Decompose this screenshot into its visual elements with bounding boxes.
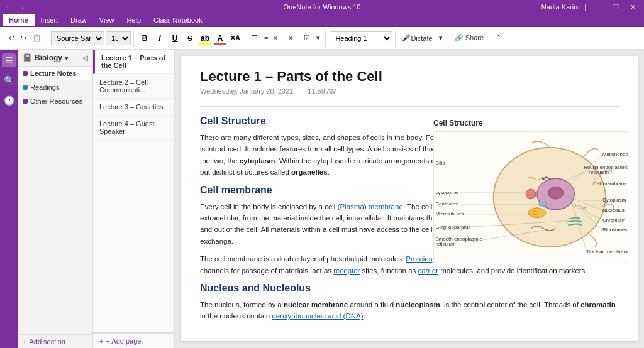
- title-bar-right: Nadia Karim | — ❐ ✕: [541, 3, 639, 11]
- tab-insert[interactable]: Insert: [35, 14, 65, 26]
- undo-btn[interactable]: ↩: [6, 33, 17, 43]
- svg-point-4: [526, 189, 536, 199]
- page-item-0[interactable]: Lecture 1 – Parts of the Cell: [93, 50, 174, 74]
- svg-text:Nucleolus: Nucleolus: [602, 207, 625, 213]
- notebook-header[interactable]: 📓 Biology ▾ ◁: [18, 50, 92, 67]
- svg-text:Lysosome: Lysosome: [435, 190, 458, 195]
- font-family-select[interactable]: Source Sans P: [51, 31, 104, 45]
- user-name: Nadia Karim: [541, 3, 580, 11]
- page-meta: Wednesday, January 20, 2021 11:59 AM: [200, 87, 619, 95]
- underline-btn[interactable]: U: [168, 31, 182, 45]
- title-bar-nav: ← →: [5, 3, 25, 12]
- tab-help[interactable]: Help: [120, 14, 147, 26]
- app-title: OneNote for Windows 10: [284, 3, 361, 11]
- side-icon-notebook[interactable]: ☰: [2, 53, 16, 67]
- redo-btn[interactable]: ↪: [18, 33, 29, 43]
- section-dot-other: [23, 99, 28, 104]
- tab-home[interactable]: Home: [3, 14, 35, 26]
- svg-text:Mitochondrion: Mitochondrion: [602, 151, 628, 157]
- side-icons: ☰ 🔍 🕐: [0, 50, 18, 348]
- italic-btn[interactable]: I: [153, 31, 167, 45]
- font-size-select[interactable]: 13.5: [106, 31, 131, 45]
- ribbon-toolbar: ↩ ↪ 📋 Source Sans P 13.5 B I U S ab A ✕A…: [0, 27, 644, 50]
- link-membrane[interactable]: membrane: [369, 203, 403, 210]
- svg-text:Microtubules: Microtubules: [435, 211, 464, 217]
- heading-nucleus: Nucleus and Nucleolus: [200, 283, 619, 294]
- page-item-1[interactable]: Lecture 2 – Cell Communicati...: [93, 74, 174, 99]
- svg-text:Golgi apparatus: Golgi apparatus: [435, 224, 470, 230]
- ribbon: Home Insert Draw View Help Class Noteboo…: [0, 14, 644, 27]
- tab-classnotebook[interactable]: Class Notebook: [147, 14, 209, 26]
- clip-btn[interactable]: 📋: [30, 33, 44, 43]
- pages-panel: Lecture 1 – Parts of the Cell Lecture 2 …: [93, 50, 175, 348]
- page-label-0: Lecture 1 – Parts of the Cell: [101, 54, 165, 69]
- page-title[interactable]: Lecture 1 – Parts of the Cell: [200, 68, 619, 85]
- body-nucleus[interactable]: The nucleus, formed by a nuclear membran…: [200, 299, 619, 322]
- fontcolor-btn[interactable]: A: [213, 31, 227, 45]
- page-label-3: Lecture 4 – Guest Speaker: [99, 120, 154, 135]
- title-bar: ← → OneNote for Windows 10 Nadia Karim |…: [0, 0, 644, 14]
- notebook-chevron: ▾: [65, 55, 68, 62]
- page-time: 11:59 AM: [308, 87, 336, 95]
- minimize-btn[interactable]: —: [591, 3, 604, 11]
- page-item-3[interactable]: Lecture 4 – Guest Speaker: [93, 116, 174, 140]
- indent-btn[interactable]: ⇥: [284, 33, 294, 43]
- link-proteins[interactable]: Proteins: [406, 255, 432, 263]
- link-plasma[interactable]: Plasma: [340, 203, 364, 210]
- checklist-btn[interactable]: ☑: [301, 33, 313, 43]
- list-group: ☰ ≡ ⇤ ⇥: [247, 30, 297, 47]
- page-canvas: Lecture 1 – Parts of the Cell Wednesday,…: [181, 56, 638, 341]
- svg-text:Chromatin: Chromatin: [602, 217, 625, 223]
- svg-text:Centrioles: Centrioles: [435, 201, 458, 207]
- format-group: B I U S ab A ✕A: [135, 30, 245, 47]
- page-date: Wednesday, January 20, 2021: [200, 87, 293, 95]
- expand-ribbon-btn[interactable]: ⌃: [493, 33, 504, 43]
- section-other[interactable]: Other Resources: [18, 94, 92, 108]
- svg-text:Ribosomes: Ribosomes: [602, 227, 628, 232]
- forward-arrow[interactable]: →: [17, 3, 25, 12]
- side-icon-search[interactable]: 🔍: [2, 73, 16, 87]
- section-label-0: Lecture Notes: [30, 70, 76, 77]
- check-group: ☑ ▾: [299, 30, 326, 47]
- close-btn[interactable]: ✕: [627, 3, 639, 11]
- dictate-arrow[interactable]: ▾: [436, 33, 445, 43]
- page-item-2[interactable]: Lecture 3 – Genetics: [93, 99, 174, 116]
- bullets-btn[interactable]: ☰: [249, 33, 260, 43]
- checklist-arrow[interactable]: ▾: [314, 33, 323, 43]
- add-section-btn[interactable]: + Add section: [18, 334, 92, 348]
- numbering-btn[interactable]: ≡: [262, 33, 270, 43]
- section-label-2: Other Resources: [30, 97, 82, 105]
- svg-text:Cell membrane: Cell membrane: [593, 181, 627, 187]
- content-divider: [200, 106, 619, 107]
- share-btn[interactable]: 🔗 Share: [452, 33, 486, 43]
- side-icon-recent[interactable]: 🕐: [2, 94, 16, 107]
- add-page-icon: +: [99, 337, 103, 345]
- tab-draw[interactable]: Draw: [64, 14, 93, 26]
- section-lecture-notes[interactable]: Lecture Notes: [18, 67, 92, 80]
- highlight-btn[interactable]: ab: [198, 31, 212, 45]
- svg-point-2: [548, 187, 564, 199]
- outdent-btn[interactable]: ⇤: [272, 33, 282, 43]
- collapse-btn[interactable]: ◁: [82, 54, 87, 62]
- strikethrough-btn[interactable]: S: [183, 31, 197, 45]
- tab-view[interactable]: View: [93, 14, 121, 26]
- restore-btn[interactable]: ❐: [609, 3, 622, 11]
- link-carrier[interactable]: carrier: [418, 267, 438, 275]
- svg-point-7: [545, 176, 548, 178]
- undo-group: ↩ ↪ 📋: [4, 30, 47, 47]
- page-label-1: Lecture 2 – Cell Communicati...: [99, 79, 148, 94]
- section-readings[interactable]: Readings: [18, 80, 92, 94]
- content-area[interactable]: Lecture 1 – Parts of the Cell Wednesday,…: [175, 50, 644, 348]
- bold-btn[interactable]: B: [138, 31, 152, 45]
- back-arrow[interactable]: ←: [5, 3, 13, 12]
- svg-text:Cytoplasm: Cytoplasm: [602, 197, 626, 203]
- section-dot-readings: [23, 85, 28, 90]
- clearformat-btn[interactable]: ✕A: [228, 31, 242, 45]
- add-page-btn[interactable]: + + Add page: [93, 333, 174, 348]
- link-receptor[interactable]: receptor: [333, 267, 360, 275]
- notebook-name: Biology: [35, 53, 62, 62]
- style-select[interactable]: Heading 1: [330, 31, 392, 45]
- notebook-panel: 📓 Biology ▾ ◁ Lecture Notes Readings Oth…: [18, 50, 93, 348]
- dictate-btn[interactable]: 🎤 Dictate: [399, 33, 435, 43]
- link-dna[interactable]: deoxyribonucleic acid (DNA): [272, 312, 363, 320]
